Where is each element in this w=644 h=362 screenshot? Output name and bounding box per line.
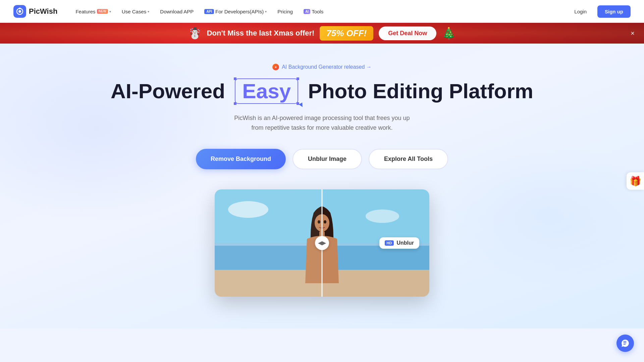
image-comparison-widget: ◀▶ HD Unblur	[215, 189, 429, 297]
remove-background-button[interactable]: Remove Background	[196, 149, 286, 169]
snowman-icon: ☃️	[188, 27, 202, 40]
hero-title-suffix: Photo Editing Platform	[308, 79, 533, 103]
selection-handle	[234, 102, 236, 105]
promo-message: Don't Miss the last Xmas offer!	[207, 29, 315, 38]
svg-rect-16	[215, 189, 321, 297]
hero-title-highlight: Easy	[242, 79, 291, 103]
svg-point-8	[366, 209, 399, 223]
unblur-label: Unblur	[396, 240, 414, 246]
ai-announcement-text[interactable]: AI Background Generator released →	[282, 64, 372, 70]
ai-announcement-banner[interactable]: ✦ AI Background Generator released →	[272, 64, 372, 70]
new-badge: NEW	[97, 9, 108, 14]
navbar: PicWish Features NEW ▾ Use Cases ▾ Downl…	[0, 0, 644, 23]
chevron-down-icon: ▾	[148, 10, 149, 13]
nav-tools[interactable]: AI Tools	[299, 6, 328, 17]
cursor-icon	[299, 103, 304, 108]
svg-point-2	[18, 10, 21, 13]
unblur-badge: HD Unblur	[379, 237, 419, 249]
nav-developers[interactable]: API For Developers(APIs) ▾	[200, 6, 271, 17]
svg-point-14	[324, 220, 326, 224]
chevron-down-icon: ▾	[109, 10, 111, 13]
nav-features[interactable]: Features NEW ▾	[71, 6, 116, 17]
hero-buttons: Remove Background Unblur Image Explore A…	[196, 149, 448, 169]
discount-badge: 75% OFF!	[320, 26, 373, 41]
nav-right: Login Sign up	[569, 5, 631, 18]
svg-point-3	[19, 8, 21, 9]
nav-use-cases[interactable]: Use Cases ▾	[117, 6, 154, 17]
drag-icon: ◀▶	[318, 240, 326, 246]
gift-widget[interactable]: 🎁	[627, 172, 644, 190]
hero-subtitle: PicWish is an AI-powered image processin…	[228, 113, 416, 133]
signup-button[interactable]: Sign up	[597, 5, 631, 18]
easy-word-wrapper: Easy	[235, 78, 298, 104]
logo[interactable]: PicWish	[13, 5, 57, 18]
chevron-down-icon: ▾	[265, 10, 267, 13]
easy-word-box: Easy	[235, 78, 298, 104]
get-deal-button[interactable]: Get Deal Now	[379, 26, 436, 40]
unblur-image-button[interactable]: Unblur Image	[292, 149, 362, 169]
nav-download-app[interactable]: Download APP	[155, 6, 198, 17]
close-banner-button[interactable]: ×	[628, 28, 637, 38]
hero-title: AI-Powered Easy Photo Editing Platform	[111, 78, 533, 104]
gift-icon: 🎁	[630, 176, 641, 187]
ai-dot-icon: ✦	[272, 64, 279, 70]
hero-section: ✦ AI Background Generator released → AI-…	[0, 44, 644, 328]
login-button[interactable]: Login	[569, 6, 592, 17]
hd-badge: HD	[385, 240, 394, 246]
ai-badge: AI	[304, 9, 310, 14]
explore-all-tools-button[interactable]: Explore All Tools	[369, 149, 448, 169]
christmas-tree-icon: 🎄	[442, 26, 456, 40]
picwish-logo-icon	[13, 5, 26, 18]
promo-banner: ☃️ Don't Miss the last Xmas offer! 75% O…	[0, 23, 644, 44]
api-badge: API	[204, 9, 214, 14]
hero-title-prefix: AI-Powered	[111, 79, 225, 103]
nav-pricing[interactable]: Pricing	[273, 6, 298, 17]
comparison-handle[interactable]: ◀▶	[315, 236, 329, 250]
nav-links: Features NEW ▾ Use Cases ▾ Download APP …	[71, 6, 569, 17]
logo-text: PicWish	[29, 7, 57, 16]
